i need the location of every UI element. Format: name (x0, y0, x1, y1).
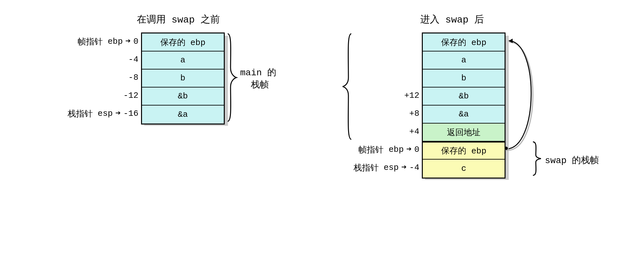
offset-value: +8 (409, 109, 419, 118)
offset-row: +4 (409, 123, 419, 141)
right-offsets: +12 +8 +4 帧指针 ebp ➔ 0 栈指针 esp ➔ -4 (354, 32, 422, 177)
right-stack: 保存的 ebp a b &b &a 返回地址 保存的 ebp c (422, 32, 506, 179)
offset-row: 栈指针 esp ➔ -16 (68, 105, 138, 123)
text: ebp (108, 37, 123, 46)
arrow-right-icon: ➔ (401, 163, 407, 172)
offset-value: -8 (128, 73, 138, 82)
right-title: 进入 swap 后 (328, 13, 577, 26)
offset-value: +4 (409, 127, 419, 136)
left-stack: 保存的 ebp a b &b &a (141, 32, 225, 124)
stack-cell: &b (423, 88, 505, 106)
offset-row: +8 (409, 105, 419, 123)
stack-cell: 保存的 ebp (423, 142, 505, 160)
offset-value: 0 (133, 37, 138, 46)
offset-value: -4 (128, 55, 138, 64)
offset-row: -8 (128, 69, 138, 87)
stack-column: 保存的 ebp a b &b &a 返回地址 保存的 ebp c (422, 32, 506, 179)
arrow-right-icon: ➔ (115, 109, 121, 118)
brace-label: main 的 栈帧 (240, 66, 276, 91)
stack-cell: a (142, 51, 224, 69)
text: 帧指针 (358, 144, 384, 155)
offset-row: -12 (123, 87, 138, 105)
offset-row: 帧指针 ebp ➔ 0 (78, 32, 138, 51)
stack-cell: a (423, 51, 505, 69)
text: 之前 (201, 14, 220, 25)
text: swap (172, 14, 195, 25)
offset-value: 0 (414, 145, 420, 154)
stack-cell: &a (142, 106, 224, 124)
stack-cell: b (142, 69, 224, 88)
offset-row: 栈指针 esp ➔ -4 (354, 159, 420, 177)
left-offsets: 帧指针 ebp ➔ 0 -4 -8 -12 栈指针 esp ➔ -16 (68, 32, 141, 123)
text: 在调用 (137, 14, 166, 25)
stack-cell: b (423, 69, 505, 88)
text: 后 (474, 14, 484, 25)
offset-value: -16 (123, 109, 138, 118)
curly-brace-icon (340, 32, 353, 141)
text: main 的 (240, 68, 276, 78)
stack-diagram-container: 在调用 swap 之前 帧指针 ebp ➔ 0 -4 -8 -12 栈指针 es… (13, 13, 631, 179)
right-diagram: 进入 swap 后 +12 +8 +4 帧指针 ebp ➔ (328, 13, 577, 179)
left-diagram: 在调用 swap 之前 帧指针 ebp ➔ 0 -4 -8 -12 栈指针 es… (68, 13, 289, 124)
text: 进入 (420, 14, 440, 25)
swap-brace-label: swap 的栈帧 (545, 154, 599, 166)
stack-cell: &b (142, 88, 224, 106)
text: swap (445, 14, 469, 25)
text: 帧指针 (78, 36, 103, 47)
text: 栈指针 (354, 162, 379, 173)
stack-cell: 保存的 ebp (142, 33, 224, 51)
offset-row: 帧指针 ebp ➔ 0 (358, 141, 419, 159)
offset-row: +12 (404, 87, 419, 105)
text: esp (384, 163, 399, 172)
stack-cell: &a (423, 106, 505, 124)
text: esp (98, 109, 113, 118)
stack-cell: 保存的 ebp (423, 33, 505, 51)
offset-value: -4 (409, 163, 419, 172)
stack-cell: 返回地址 (423, 124, 505, 142)
stack-cell: c (423, 160, 505, 178)
offset-row: -4 (128, 51, 138, 69)
offset-value: -12 (123, 91, 138, 100)
stack-column: 保存的 ebp a b &b &a (141, 32, 225, 124)
left-title: 在调用 swap 之前 (68, 13, 289, 26)
curly-brace-icon (226, 32, 239, 123)
offset-value: +12 (404, 91, 419, 100)
text: 栈帧 (251, 80, 269, 90)
arrow-right-icon: ➔ (406, 145, 412, 154)
arrow-right-icon: ➔ (125, 37, 131, 46)
text: 栈指针 (68, 108, 93, 119)
text: ebp (389, 145, 404, 154)
curly-brace-icon (531, 141, 544, 177)
